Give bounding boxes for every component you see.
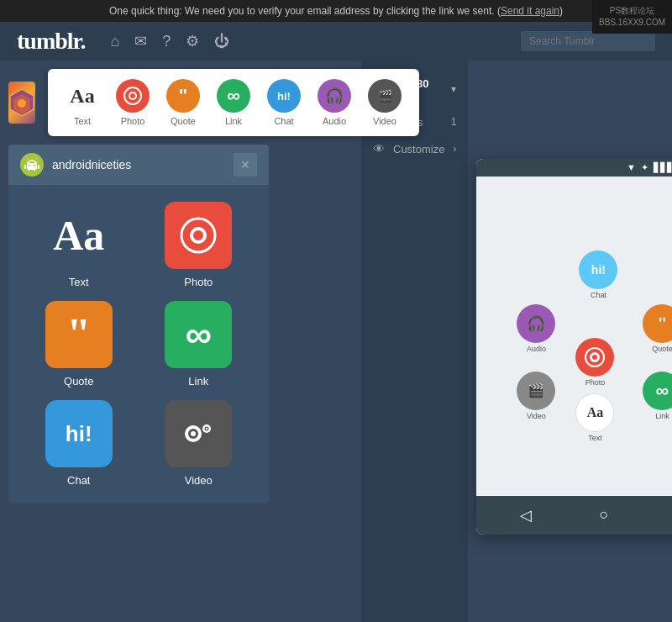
resend-link[interactable]: Send it again bbox=[501, 5, 559, 17]
android-photo-icon bbox=[165, 202, 232, 269]
post-type-audio[interactable]: 🎧 Audio bbox=[313, 79, 355, 126]
notification-text: One quick thing: We need you to verify y… bbox=[109, 5, 501, 17]
quote-label: Quote bbox=[171, 116, 196, 126]
radial-chat-icon: hi! bbox=[579, 250, 617, 289]
android-chat-icon: hi! bbox=[45, 400, 113, 467]
android-text-label: Text bbox=[69, 276, 89, 288]
svg-point-2 bbox=[18, 99, 26, 108]
post-type-chat[interactable]: hi! Chat bbox=[263, 79, 305, 126]
radial-menu: hi! Chat 🎧 Audio " Quote bbox=[510, 244, 672, 429]
signal-icon: ▼ bbox=[627, 162, 636, 172]
phone-home-button[interactable]: ○ bbox=[600, 506, 609, 524]
android-panel: androidniceties × Aa Text bbox=[8, 145, 269, 503]
wifi-icon: ✦ bbox=[641, 162, 648, 173]
chat-icon: hi! bbox=[267, 79, 301, 113]
sidebar: yang13680 Untitled ▾ 📄 Posts 1 👁 Customi… bbox=[361, 61, 468, 622]
chat-label: Chat bbox=[274, 116, 293, 126]
android-link-item[interactable]: ∞ Link bbox=[145, 301, 253, 387]
android-chat-label: Chat bbox=[67, 474, 90, 487]
radial-quote-icon: " bbox=[643, 304, 672, 343]
text-label: Text bbox=[74, 116, 91, 126]
radial-link[interactable]: ∞ Link bbox=[643, 372, 672, 420]
mail-icon[interactable]: ✉ bbox=[134, 32, 147, 50]
android-photo-label: Photo bbox=[184, 276, 213, 288]
post-type-photo[interactable]: Photo bbox=[112, 79, 154, 126]
svg-point-26 bbox=[592, 355, 597, 360]
svg-rect-6 bbox=[27, 163, 37, 170]
customize-arrow: › bbox=[453, 143, 456, 155]
radial-video[interactable]: 🎬 Video bbox=[517, 372, 555, 420]
main-content: Aa Text Photo " bbox=[0, 61, 672, 622]
android-chat-item[interactable]: hi! Chat bbox=[25, 400, 133, 487]
android-grid: Aa Text Photo " bbox=[8, 185, 269, 503]
radial-link-label: Link bbox=[655, 412, 669, 420]
radial-text[interactable]: Aa Text bbox=[575, 393, 614, 442]
radial-audio-icon: 🎧 bbox=[517, 304, 555, 343]
video-label: Video bbox=[373, 116, 396, 126]
svg-point-17 bbox=[193, 230, 203, 240]
radial-text-icon: Aa bbox=[575, 393, 614, 432]
android-photo-item[interactable]: Photo bbox=[145, 202, 253, 288]
android-link-label: Link bbox=[188, 375, 208, 387]
svg-rect-9 bbox=[29, 168, 30, 171]
customize-icon: 👁 bbox=[373, 142, 385, 156]
svg-point-12 bbox=[34, 165, 35, 166]
post-type-popup: Aa Text Photo " bbox=[48, 69, 419, 136]
android-video-item[interactable]: Video bbox=[145, 400, 253, 487]
post-type-text[interactable]: Aa Text bbox=[61, 79, 103, 126]
help-icon[interactable]: ? bbox=[162, 33, 171, 50]
power-icon[interactable]: ⏻ bbox=[214, 33, 229, 50]
radial-chat-label: Chat bbox=[591, 291, 606, 299]
radial-quote[interactable]: " Quote bbox=[643, 304, 672, 353]
left-panel: Aa Text Photo " bbox=[0, 61, 361, 622]
svg-point-20 bbox=[191, 431, 196, 436]
android-video-label: Video bbox=[185, 474, 213, 487]
android-link-icon: ∞ bbox=[165, 301, 232, 368]
svg-rect-8 bbox=[38, 165, 39, 169]
photo-icon bbox=[116, 79, 150, 113]
android-quote-label: Quote bbox=[64, 375, 93, 387]
android-quote-icon: " bbox=[45, 301, 113, 368]
phone-status-bar: ▼ ✦ ▋▋▋ 🔋 12:30 bbox=[476, 159, 672, 177]
blog-header: Aa Text Photo " bbox=[8, 69, 353, 136]
phone-mockup: ▼ ✦ ▋▋▋ 🔋 12:30 hi! Chat 🎧 bbox=[476, 159, 672, 535]
user-dropdown-arrow[interactable]: ▾ bbox=[451, 83, 456, 95]
notification-bar: One quick thing: We need you to verify y… bbox=[0, 0, 672, 22]
search-input[interactable] bbox=[521, 31, 655, 51]
audio-label: Audio bbox=[323, 116, 346, 126]
radial-quote-label: Quote bbox=[652, 345, 672, 353]
svg-rect-7 bbox=[24, 165, 26, 169]
phone-back-button[interactable]: ◁ bbox=[520, 506, 532, 524]
android-video-icon bbox=[165, 400, 232, 467]
android-text-item[interactable]: Aa Text bbox=[25, 202, 133, 288]
audio-icon: 🎧 bbox=[318, 79, 351, 113]
radial-audio-label: Audio bbox=[527, 345, 546, 353]
settings-icon[interactable]: ⚙ bbox=[186, 32, 199, 50]
posts-count: 1 bbox=[451, 116, 457, 128]
post-type-link[interactable]: ∞ Link bbox=[213, 79, 255, 126]
blog-avatar bbox=[8, 82, 35, 124]
svg-point-23 bbox=[206, 428, 207, 430]
radial-photo-icon bbox=[575, 338, 614, 377]
logo: tumblr. bbox=[17, 28, 85, 55]
post-type-quote[interactable]: " Quote bbox=[162, 79, 204, 126]
header-nav: ⌂ ✉ ? ⚙ ⏻ bbox=[110, 32, 229, 50]
android-close-button[interactable]: × bbox=[234, 153, 257, 177]
signal-bars-icon: ▋▋▋ bbox=[654, 162, 672, 173]
phone-content: hi! Chat 🎧 Audio " Quote bbox=[476, 177, 672, 496]
radial-photo[interactable]: Photo bbox=[575, 338, 614, 387]
radial-chat[interactable]: hi! Chat bbox=[579, 250, 617, 299]
video-icon: 🎬 bbox=[368, 79, 402, 113]
home-icon[interactable]: ⌂ bbox=[110, 33, 119, 50]
sidebar-item-customize[interactable]: 👁 Customize › bbox=[361, 135, 468, 162]
svg-line-13 bbox=[27, 158, 29, 160]
radial-photo-label: Photo bbox=[585, 378, 606, 387]
radial-text-label: Text bbox=[588, 434, 602, 442]
phone-bottom-bar: ◁ ○ □ bbox=[476, 496, 672, 535]
notification-text-after: ) bbox=[559, 5, 563, 17]
photo-label: Photo bbox=[121, 116, 145, 126]
android-quote-item[interactable]: " Quote bbox=[25, 301, 133, 387]
post-type-video[interactable]: 🎬 Video bbox=[364, 79, 406, 126]
radial-audio[interactable]: 🎧 Audio bbox=[517, 304, 555, 353]
ps-logo: PS数程论坛 BBS.16XX9.COM bbox=[592, 0, 672, 34]
